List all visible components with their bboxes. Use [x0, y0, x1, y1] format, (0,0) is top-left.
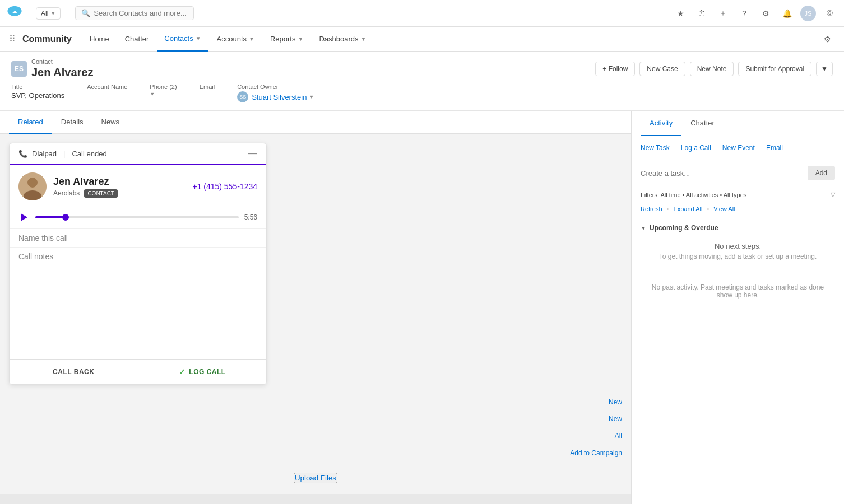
- log-a-call-button[interactable]: Log a Call: [681, 144, 711, 152]
- add-to-campaign-button[interactable]: Add to Campaign: [570, 449, 622, 457]
- expand-row: Refresh • Expand All • View All: [632, 203, 844, 217]
- app-name: Community: [22, 34, 72, 44]
- actions-dropdown-button[interactable]: ▼: [816, 62, 833, 76]
- filter-icon[interactable]: ▽: [831, 191, 835, 198]
- task-input[interactable]: [641, 169, 803, 178]
- account-label: Account Name: [87, 83, 127, 90]
- tab-details[interactable]: Details: [52, 111, 92, 134]
- callback-button[interactable]: CALL BACK: [10, 360, 138, 384]
- nav-item-chatter[interactable]: Chatter: [118, 27, 156, 52]
- nav-item-contacts[interactable]: Contacts ▼: [157, 27, 207, 52]
- nav-settings-icon[interactable]: ⚙: [819, 31, 835, 47]
- new-event-label: New Event: [722, 144, 755, 152]
- dialpad-title: Dialpad: [32, 150, 57, 158]
- record-type-label: Contact: [31, 58, 93, 65]
- dialpad-separator: |: [63, 150, 65, 158]
- sep2: •: [707, 206, 709, 212]
- grid-icon[interactable]: ⠿: [9, 34, 16, 44]
- left-tabs: Related Details News: [0, 111, 631, 134]
- tab-activity[interactable]: Activity: [641, 111, 681, 136]
- new-event-button[interactable]: New Event: [722, 144, 755, 152]
- nav-item-accounts[interactable]: Accounts ▼: [210, 27, 261, 52]
- audio-player: 5:56: [10, 208, 266, 228]
- record-name: Jen Alvarez: [31, 66, 93, 79]
- log-call-label: LOG CALL: [189, 368, 225, 376]
- tab-related-label: Related: [18, 118, 43, 126]
- recent-icon[interactable]: ⏱: [694, 6, 709, 21]
- nav-item-reports[interactable]: Reports ▼: [263, 27, 310, 52]
- all-row: All: [9, 427, 622, 444]
- gray-area: [0, 494, 631, 504]
- nav-item-home[interactable]: Home: [83, 27, 116, 52]
- log-call-button[interactable]: ✓ LOG CALL: [138, 360, 267, 384]
- call-name-section[interactable]: Name this call: [10, 228, 266, 247]
- tab-news[interactable]: News: [92, 111, 129, 134]
- tab-chatter[interactable]: Chatter: [681, 111, 724, 136]
- add-task-button[interactable]: Add: [808, 166, 835, 180]
- reports-chevron-icon: ▼: [298, 36, 303, 42]
- new-task-button[interactable]: New Task: [641, 144, 670, 152]
- add-icon[interactable]: ＋: [715, 6, 731, 21]
- search-scope-label: All: [41, 10, 48, 17]
- filters-text: Filters: All time • All activities • All…: [641, 192, 746, 198]
- follow-button[interactable]: + Follow: [595, 62, 635, 76]
- tab-related[interactable]: Related: [9, 111, 52, 134]
- upcoming-section: ▼ Upcoming & Overdue No next steps. To g…: [632, 217, 844, 310]
- field-phone: Phone (2) ▼: [150, 83, 177, 102]
- sep1: •: [667, 206, 669, 212]
- settings-icon[interactable]: ⚙: [758, 6, 773, 21]
- user-avatar[interactable]: JS: [800, 6, 816, 21]
- new-task-label: New Task: [641, 144, 670, 152]
- record-header: ES Contact Jen Alvarez + Follow New Case…: [0, 52, 844, 111]
- log-a-call-label: Log a Call: [681, 144, 711, 152]
- contact-avatar: [18, 172, 47, 200]
- phone-icon: 📞: [18, 150, 27, 158]
- dialpad-header-left: 📞 Dialpad | Call ended: [18, 150, 107, 158]
- expand-all-link[interactable]: Expand All: [673, 206, 702, 212]
- nav-reports-label: Reports: [270, 35, 296, 43]
- new-button-2[interactable]: New: [609, 415, 622, 423]
- contact-phone[interactable]: +1 (415) 555-1234: [192, 182, 257, 191]
- scope-chevron-icon: ▼: [50, 11, 55, 16]
- tab-chatter-label: Chatter: [690, 119, 715, 127]
- notifications-icon[interactable]: 🔔: [779, 6, 795, 21]
- play-icon: [21, 213, 27, 221]
- main-content: Related Details News 📞 Dialpad | Call en…: [0, 111, 844, 504]
- progress-bar[interactable]: [35, 216, 239, 218]
- search-scope-selector[interactable]: All ▼: [36, 7, 61, 20]
- nav-bar: ⠿ Community Home Chatter Contacts ▼ Acco…: [0, 27, 844, 52]
- view-all-link[interactable]: View All: [713, 206, 735, 212]
- email-button[interactable]: Email: [766, 144, 783, 152]
- all-button[interactable]: All: [615, 432, 622, 440]
- favorites-icon[interactable]: ★: [673, 6, 688, 21]
- right-tabs: Activity Chatter: [632, 111, 844, 136]
- progress-bar-fill: [35, 216, 66, 218]
- call-notes-section[interactable]: Call notes: [10, 247, 266, 359]
- nav-home-label: Home: [90, 35, 109, 43]
- content-area: New New All Add to Campaign Upload Files: [0, 394, 631, 494]
- new-note-button[interactable]: New Note: [690, 62, 734, 76]
- svg-text:☁: ☁: [12, 8, 17, 14]
- search-input[interactable]: [94, 9, 188, 17]
- waffle-icon[interactable]: ⓪: [822, 6, 837, 21]
- phone-chevron-icon: ▼: [150, 91, 155, 97]
- minimize-icon[interactable]: —: [248, 149, 257, 158]
- field-owner: Contact Owner SS Stuart Silverstein ▼: [237, 83, 314, 102]
- help-icon[interactable]: ?: [736, 6, 752, 21]
- new-case-button[interactable]: New Case: [639, 62, 685, 76]
- upload-files-button[interactable]: Upload Files: [294, 473, 337, 483]
- submit-approval-button[interactable]: Submit for Approval: [738, 62, 811, 76]
- play-button[interactable]: [18, 212, 30, 223]
- nav-item-dashboards[interactable]: Dashboards ▼: [312, 27, 373, 52]
- salesforce-logo[interactable]: ☁: [7, 6, 22, 21]
- svg-point-3: [27, 178, 38, 188]
- new-button[interactable]: New: [609, 398, 622, 406]
- refresh-link[interactable]: Refresh: [641, 206, 662, 212]
- email-label: Email: [766, 144, 783, 152]
- dialpad-header: 📞 Dialpad | Call ended —: [10, 143, 266, 165]
- task-create-row: Add: [632, 160, 844, 186]
- owner-field: SS Stuart Silverstein ▼: [237, 91, 314, 102]
- dialpad-status: Call ended: [72, 150, 106, 158]
- contacts-chevron-icon: ▼: [196, 35, 201, 41]
- owner-value[interactable]: Stuart Silverstein ▼: [252, 93, 314, 101]
